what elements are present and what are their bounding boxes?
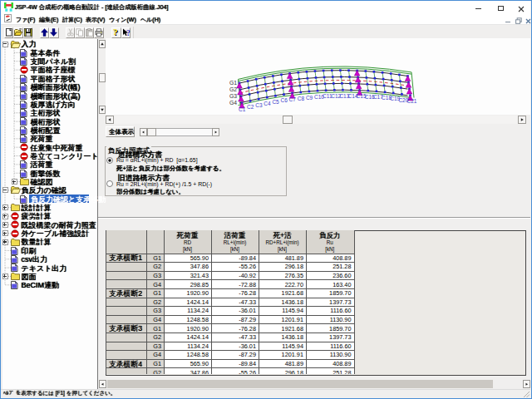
svg-text:C1: C1 bbox=[239, 106, 246, 112]
svg-text:C7: C7 bbox=[289, 96, 297, 102]
svg-text:C21: C21 bbox=[407, 98, 417, 104]
svg-text:C5: C5 bbox=[272, 99, 279, 105]
svg-text:C4: C4 bbox=[264, 101, 271, 106]
svg-text:C3: C3 bbox=[255, 102, 263, 108]
svg-text:G2: G2 bbox=[229, 86, 237, 92]
svg-text:C9: C9 bbox=[306, 95, 313, 101]
svg-text:C8: C8 bbox=[298, 96, 305, 101]
svg-text:G4: G4 bbox=[229, 100, 237, 106]
svg-text:G3: G3 bbox=[229, 93, 237, 99]
svg-text:C2: C2 bbox=[247, 104, 254, 110]
svg-text:?: ? bbox=[126, 29, 131, 37]
svg-text:?: ? bbox=[113, 28, 118, 37]
svg-text:G1: G1 bbox=[229, 80, 237, 86]
svg-text:C6: C6 bbox=[281, 97, 288, 103]
